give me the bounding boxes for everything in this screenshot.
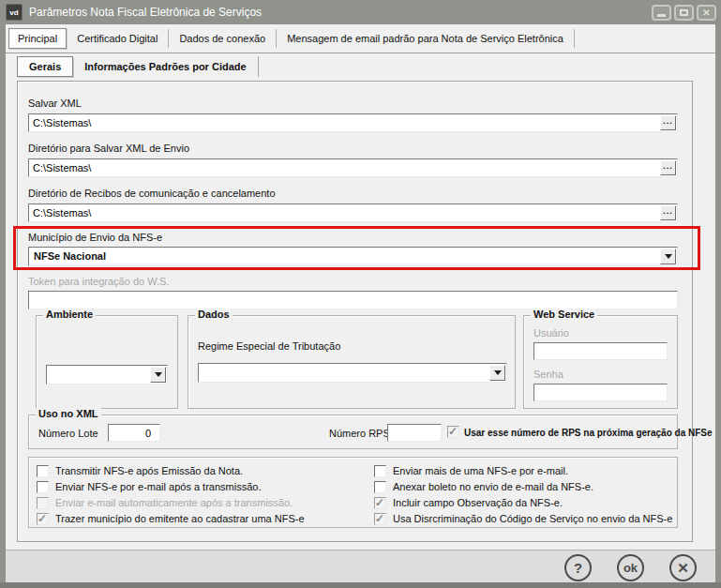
- enviar-mais-nfse-label: Enviar mais de uma NFS-e por e-mail.: [393, 465, 568, 476]
- dir-envio-browse-button[interactable]: ...: [660, 160, 676, 175]
- enviar-email-automatico-label: Enviar e-mail automaticamente após a tra…: [55, 497, 293, 508]
- usar-numero-rps-checkbox[interactable]: [447, 426, 459, 438]
- chevron-down-icon: [665, 254, 672, 259]
- numero-lote-label: Número Lote: [38, 428, 98, 439]
- usuario-input[interactable]: [534, 343, 667, 359]
- uso-no-xml-group-title: Uso no XML: [36, 408, 101, 419]
- token-ws-field: [28, 291, 678, 309]
- numero-rps-input[interactable]: [388, 425, 441, 441]
- regime-tributacao-label: Regime Especial de Tributação: [198, 340, 340, 352]
- web-service-group-title: Web Service: [531, 309, 597, 320]
- web-service-group: Web Service Usuário Senha: [523, 315, 678, 409]
- help-button[interactable]: ?: [564, 554, 592, 581]
- chevron-down-icon: [155, 372, 162, 377]
- minimize-button[interactable]: [652, 5, 671, 21]
- ambiente-combobox[interactable]: [46, 365, 168, 384]
- dialog-window: vd Parâmetros Nota Fiscal Eletrônica de …: [0, 0, 721, 588]
- tab-certificado-digital[interactable]: Certificado Digital: [67, 29, 169, 48]
- senha-field: [533, 384, 668, 401]
- token-ws-label: Token para integração do W.S.: [28, 276, 169, 287]
- maximize-button[interactable]: [674, 5, 694, 21]
- inner-tabstrip: Gerais Informações Padrões por Cidade: [17, 56, 259, 77]
- options-panel: Transmitir NFS-e após Emissão da Nota. E…: [28, 457, 678, 528]
- dados-group: Dados Regime Especial de Tributação: [188, 315, 516, 409]
- regime-tributacao-combobox[interactable]: [198, 363, 507, 383]
- main-tabstrip: Principal Certificado Digital Dados de c…: [6, 24, 715, 53]
- tab-principal[interactable]: Principal: [8, 28, 67, 49]
- dir-recibos-input[interactable]: [29, 204, 677, 221]
- incluir-observacao-label: Incluir campo Observação da NFS-e.: [393, 497, 563, 508]
- salvar-xml-field: ...: [28, 113, 678, 132]
- tab-dados-de-conexao[interactable]: Dados de conexão: [169, 29, 277, 48]
- dir-envio-label: Diretório para Salvar XML de Envio: [28, 143, 189, 154]
- usar-numero-rps-checkbox-label: Usar esse número de RPS na próxima geraç…: [464, 428, 713, 438]
- municipio-envio-dropdown-button[interactable]: [660, 249, 676, 264]
- window-controls: ✕: [652, 5, 716, 21]
- tab-informacoes-padroes-cidade[interactable]: Informações Padrões por Cidade: [73, 56, 258, 77]
- anexar-boleto-checkbox[interactable]: [374, 481, 386, 493]
- dir-recibos-browse-button[interactable]: ...: [660, 205, 676, 220]
- salvar-xml-label: Salvar XML: [28, 98, 82, 109]
- minimize-icon: [657, 14, 666, 17]
- close-button[interactable]: ✕: [697, 5, 716, 21]
- numero-rps-field: [387, 424, 442, 442]
- maximize-icon: [680, 9, 688, 16]
- dir-recibos-field: ...: [28, 204, 678, 222]
- numero-lote-input[interactable]: [109, 425, 159, 441]
- incluir-observacao-checkbox[interactable]: [374, 497, 386, 509]
- regime-tributacao-dropdown-button[interactable]: [489, 365, 505, 381]
- tab-mensagem-email[interactable]: Mensagem de email padrão para Nota de Se…: [277, 29, 575, 48]
- salvar-xml-input[interactable]: [29, 114, 677, 131]
- numero-rps-label: Número RPS: [329, 428, 390, 439]
- senha-label: Senha: [533, 369, 563, 380]
- window-bottom-edge: [0, 582, 721, 588]
- usuario-label: Usuário: [533, 327, 569, 339]
- close-icon: ✕: [702, 8, 710, 18]
- municipio-envio-label: Município de Envio da NFS-e: [28, 232, 162, 243]
- dir-envio-field: ...: [28, 158, 678, 177]
- window-title: Parâmetros Nota Fiscal Eletrônica de Ser…: [29, 6, 262, 19]
- municipio-envio-combobox[interactable]: NFSe Nacional: [28, 247, 678, 266]
- ambiente-dropdown-button[interactable]: [150, 367, 166, 383]
- ambiente-group: Ambiente: [36, 315, 178, 409]
- trazer-municipio-checkbox[interactable]: [37, 513, 49, 525]
- app-icon: vd: [6, 4, 23, 21]
- footer-bar: ? ok ✕: [6, 550, 715, 582]
- dir-recibos-label: Diretório de Recibos de comunicação e ca…: [28, 188, 276, 199]
- salvar-xml-browse-button[interactable]: ...: [660, 115, 676, 130]
- trazer-municipio-label: Trazer município do emitente ao cadastra…: [55, 513, 305, 524]
- ok-button[interactable]: ok: [617, 554, 644, 581]
- usuario-field: [533, 342, 668, 360]
- chevron-down-icon: [494, 370, 502, 375]
- token-ws-input[interactable]: [29, 292, 677, 309]
- ambiente-group-title: Ambiente: [43, 309, 96, 320]
- tab-gerais[interactable]: Gerais: [17, 56, 73, 77]
- usa-discriminacao-checkbox[interactable]: [374, 513, 386, 525]
- usa-discriminacao-label: Usa Disrcriminação do Código de Serviço …: [393, 513, 672, 524]
- dados-group-title: Dados: [195, 309, 233, 320]
- titlebar: vd Parâmetros Nota Fiscal Eletrônica de …: [0, 0, 721, 24]
- enviar-mais-nfse-checkbox[interactable]: [374, 465, 386, 477]
- enviar-nfse-email-label: Enviar NFS-e por e-mail após a transmiss…: [55, 481, 261, 492]
- transmitir-nfse-label: Transmitir NFS-e após Emissão da Nota.: [55, 465, 243, 476]
- enviar-nfse-email-checkbox[interactable]: [37, 481, 49, 493]
- uso-no-xml-group: Uso no XML Número Lote Número RPS Usar e…: [28, 415, 678, 449]
- transmitir-nfse-checkbox[interactable]: [37, 465, 49, 477]
- cancel-button[interactable]: ✕: [669, 554, 697, 581]
- anexar-boleto-label: Anexar boleto no envio de e-mail da NFS-…: [393, 481, 593, 492]
- municipio-envio-value: NFSe Nacional: [34, 250, 106, 262]
- dir-envio-input[interactable]: [29, 159, 677, 176]
- enviar-email-automatico-checkbox[interactable]: [37, 497, 49, 509]
- numero-lote-field: [108, 424, 160, 442]
- senha-input[interactable]: [534, 384, 667, 400]
